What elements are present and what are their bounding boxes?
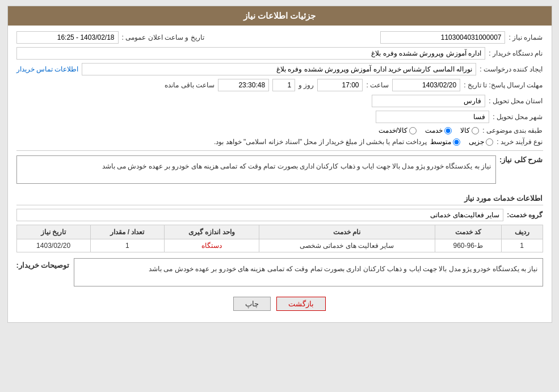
process-radio-jozi[interactable] bbox=[486, 138, 493, 146]
col-header-row: ردیف bbox=[501, 225, 543, 239]
print-button[interactable]: چاپ bbox=[233, 297, 271, 311]
category-label: طبقه بندی موضوعی : bbox=[482, 127, 543, 134]
cell-name: سایر فعالیت های خدماتی شخصی bbox=[259, 239, 435, 252]
need-number-box: 1103004031000007 bbox=[380, 31, 505, 44]
button-row: بازگشت چاپ bbox=[16, 297, 543, 311]
services-section-header: اطلاعات خدمات مورد نیاز bbox=[16, 194, 543, 205]
time-label: ساعت : bbox=[366, 81, 389, 89]
org-name-value: اداره آموزش وپرورش ششده وفره بلاغ bbox=[371, 49, 481, 57]
category-radio-khedmat[interactable] bbox=[444, 127, 452, 134]
cell-code: ط-96-960 bbox=[435, 239, 501, 252]
process-label-jozi: جزیی bbox=[469, 138, 484, 146]
service-group-value: سایر فعالیت‌های خدماتی bbox=[430, 211, 499, 219]
deadline-label: مهلت ارسال پاسخ: تا تاریخ : bbox=[464, 81, 543, 89]
col-header-qty: تعداد / مقدار bbox=[90, 225, 164, 239]
process-label-motavaset: متوسط bbox=[430, 138, 451, 146]
province-label: استان محل تحویل : bbox=[489, 97, 543, 105]
buyer-desc-box: نیاز به یکدستگاه خودرو پژو مدل بالا جهت … bbox=[74, 258, 543, 286]
category-option-kala-khedmat: کالا/خدمت bbox=[379, 127, 417, 134]
org-name-box: اداره آموزش وپرورش ششده وفره بلاغ bbox=[16, 47, 486, 60]
col-header-unit: واحد اندازه گیری bbox=[164, 225, 259, 239]
time-value: 17:00 bbox=[342, 81, 359, 89]
need-description-box: نیاز به یکدستگاه خودرو پژو مدل بالا جهت … bbox=[16, 155, 496, 184]
province-box: فارس bbox=[372, 95, 485, 107]
category-radio-kala[interactable] bbox=[472, 127, 479, 134]
process-description: پرداخت تمام یا بخشی از مبلغ خریدار از مح… bbox=[214, 138, 427, 146]
announce-date-value: 1403/02/18 - 16:25 bbox=[57, 33, 115, 41]
cell-unit: دستگاه bbox=[164, 239, 259, 252]
day-label: روز و bbox=[299, 81, 314, 89]
remaining-box: 23:30:48 bbox=[218, 79, 269, 91]
category-label-kala-khedmat: کالا/خدمت bbox=[379, 127, 407, 134]
service-group-label: گروه خدمت: bbox=[507, 211, 543, 219]
category-option-kala: کالا bbox=[460, 127, 479, 134]
service-group-box: سایر فعالیت‌های خدماتی bbox=[16, 209, 504, 221]
date-value: 1403/02/20 bbox=[422, 81, 456, 89]
creator-value: نوراله الماسی کارشناس خرید اداره آموزش و… bbox=[276, 65, 472, 73]
need-number-label: شماره نیاز : bbox=[508, 33, 543, 41]
process-label: نوع فرآیند خرید : bbox=[497, 138, 543, 146]
process-radio-motavaset[interactable] bbox=[453, 138, 460, 146]
col-header-date: تاریخ نیاز bbox=[16, 225, 90, 239]
buyer-desc-value: نیاز به یکدستگاه خودرو پژو مدل بالا جهت … bbox=[149, 265, 537, 273]
announce-date-box: 1403/02/18 - 16:25 bbox=[16, 31, 119, 44]
table-row: 1 ط-96-960 سایر فعالیت های خدماتی شخصی د… bbox=[16, 239, 543, 252]
day-value: 1 bbox=[287, 81, 291, 89]
date-box: 1403/02/20 bbox=[392, 79, 460, 91]
category-radio-kala-khedmat[interactable] bbox=[409, 127, 417, 134]
cell-row: 1 bbox=[501, 239, 543, 252]
process-option-motavaset: متوسط bbox=[430, 138, 460, 146]
cell-date: 1403/02/20 bbox=[16, 239, 90, 252]
city-value: فسا bbox=[473, 113, 485, 121]
remaining-value: 23:30:48 bbox=[238, 81, 265, 89]
back-button[interactable]: بازگشت bbox=[276, 297, 326, 311]
category-label-kala: کالا bbox=[460, 127, 470, 134]
need-number-value: 1103004031000007 bbox=[441, 33, 502, 41]
buyer-desc-label: توصیحات خریدار: bbox=[16, 258, 70, 269]
divider-1 bbox=[16, 150, 543, 151]
remaining-label: ساعت باقی مانده bbox=[165, 81, 215, 89]
category-option-khedmat: خدمت bbox=[425, 127, 452, 134]
buyer-description-row: نیاز به یکدستگاه خودرو پژو مدل بالا جهت … bbox=[16, 258, 543, 291]
day-box: 1 bbox=[272, 79, 295, 91]
buyer-desc-area: نیاز به یکدستگاه خودرو پژو مدل بالا جهت … bbox=[74, 258, 543, 291]
need-description-value: نیاز به یکدستگاه خودرو پژو مدل بالا جهت … bbox=[102, 162, 491, 170]
province-value: فارس bbox=[464, 97, 481, 105]
col-header-name: نام خدمت bbox=[259, 225, 435, 239]
process-radio-group: جزیی متوسط bbox=[430, 138, 493, 146]
city-box: فسا bbox=[376, 111, 489, 123]
creator-label: ایجاد کننده درخواست : bbox=[480, 65, 543, 73]
org-name-label: نام دستگاه خریدار : bbox=[489, 49, 543, 57]
creator-box: نوراله الماسی کارشناس خرید اداره آموزش و… bbox=[82, 63, 476, 75]
need-desc-label: شرح کلی نیاز: bbox=[499, 155, 543, 164]
process-option-jozi: جزیی bbox=[469, 138, 493, 146]
time-box: 17:00 bbox=[317, 79, 363, 91]
col-header-code: کد خدمت bbox=[435, 225, 501, 239]
services-table: ردیف کد خدمت نام خدمت واحد اندازه گیری ت… bbox=[16, 225, 543, 252]
page-header: جزئیات اطلاعات نیاز bbox=[8, 6, 552, 26]
contact-link[interactable]: اطلاعات تماس خریدار bbox=[16, 65, 79, 73]
announce-date-label: تاریخ و ساعت اعلان عمومی : bbox=[122, 33, 204, 41]
category-radio-group: کالا خدمت کالا/خدمت bbox=[379, 127, 479, 134]
cell-qty: 1 bbox=[90, 239, 164, 252]
city-label: شهر محل تحویل : bbox=[493, 113, 543, 121]
category-label-khedmat: خدمت bbox=[425, 127, 443, 134]
